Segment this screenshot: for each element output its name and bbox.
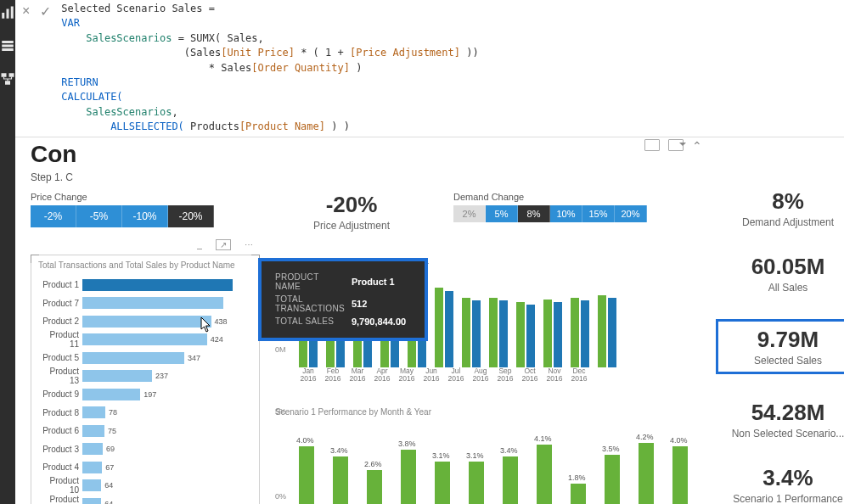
hchart-row[interactable]: Product 675 <box>38 423 252 440</box>
hchart-row-label: Product 4 <box>38 462 82 472</box>
tooltip-value: 512 <box>352 294 411 314</box>
column-group[interactable]: 4.1% <box>537 445 552 504</box>
hchart-row[interactable]: Product 369 <box>38 440 252 457</box>
column-group[interactable] <box>435 288 453 367</box>
column-bar <box>299 446 314 504</box>
hchart-row[interactable]: Product 878 <box>38 404 252 421</box>
price-slicer-option[interactable]: -20% <box>168 205 214 227</box>
focus-mode-icon[interactable] <box>644 139 660 151</box>
report-view-icon[interactable] <box>0 5 15 23</box>
hchart-row-label: Product 8 <box>38 408 82 417</box>
hchart-bar <box>82 279 233 291</box>
chart-more-icon[interactable]: ⋯ <box>245 240 253 249</box>
hchart-value-label: 64 <box>104 479 113 491</box>
scenario-performance-column-chart[interactable]: Scenario 1 Performance by Month & Year 5… <box>275 407 701 504</box>
column-group[interactable] <box>462 298 481 367</box>
column-group[interactable] <box>598 295 616 367</box>
hchart-row[interactable]: Product 9197 <box>38 386 252 403</box>
column-group[interactable] <box>571 298 589 367</box>
column-group[interactable]: 3.1% <box>435 462 450 504</box>
column-group[interactable]: 3.4% <box>333 456 348 504</box>
formula-bar[interactable]: × ✓ Selected Scenario Sales = VAR SalesS… <box>15 0 844 137</box>
hchart-row[interactable]: Product 2438 <box>38 313 252 330</box>
transactions-bar-chart[interactable]: Total Transactions and Total Sales by Pr… <box>31 255 260 504</box>
hchart-row-label: Product 1 <box>38 280 82 289</box>
hchart-row-label: Product 13 <box>38 367 82 385</box>
tooltip-value: Product 1 <box>352 272 411 292</box>
column-group[interactable] <box>516 302 535 367</box>
hchart-row[interactable]: Product 7 <box>38 294 252 311</box>
hchart-row[interactable]: Product 1464 <box>38 496 252 504</box>
tooltip-value: 9,790,844.00 <box>352 316 411 328</box>
hchart-value-label: 75 <box>108 425 116 437</box>
column-bar <box>571 298 579 367</box>
x-tick-label: Sep 2016 <box>496 367 515 384</box>
svg-rect-6 <box>2 73 7 77</box>
demand-slicer-option[interactable]: 5% <box>486 205 518 222</box>
data-view-icon[interactable] <box>0 38 15 56</box>
hchart-bar <box>82 316 211 328</box>
x-tick-label: Jun 2016 <box>422 367 441 384</box>
demand-slicer-option[interactable]: 15% <box>582 205 615 222</box>
formula-cancel-icon[interactable]: × <box>22 3 30 20</box>
hchart-row[interactable]: Product 467 <box>38 459 252 476</box>
price-slicer-option[interactable]: -2% <box>31 205 76 227</box>
chart-filter-icon[interactable]: ⎯ <box>197 240 202 249</box>
column-bar <box>499 300 508 367</box>
column-group[interactable]: 3.5% <box>605 455 620 504</box>
x-tick-label: Dec 2016 <box>570 367 588 384</box>
all-sales-card: 60.05M All Sales <box>716 254 844 294</box>
column-bar <box>435 288 443 367</box>
hchart-row[interactable]: Product 13237 <box>38 367 252 384</box>
column-bar <box>543 300 552 367</box>
column-group[interactable]: 3.8% <box>401 450 416 504</box>
column-group[interactable]: 4.2% <box>639 443 654 504</box>
price-slicer-option[interactable]: -10% <box>122 205 168 227</box>
column-group[interactable]: 2.6% <box>367 470 382 504</box>
column-bar <box>526 305 535 367</box>
formula-commit-icon[interactable]: ✓ <box>40 3 51 20</box>
hchart-bar <box>82 333 207 345</box>
data-label: 3.4% <box>500 446 518 455</box>
data-label: 3.4% <box>330 446 348 455</box>
visual-options-bar: ⌃ <box>644 139 702 153</box>
column-bar <box>672 446 688 504</box>
price-adjustment-card: -20% Price Adjustment <box>275 192 428 232</box>
column-group[interactable]: 3.1% <box>469 462 484 504</box>
demand-slicer-option[interactable]: 10% <box>550 205 582 222</box>
hchart-value-label: 64 <box>104 498 113 504</box>
demand-slicer-option[interactable]: 20% <box>615 205 647 222</box>
tooltip-key: TOTAL TRANSACTIONS <box>275 294 350 314</box>
visual-menu-icon[interactable] <box>668 139 684 151</box>
column-bar <box>608 298 616 367</box>
bot-chart-title: Scenario 1 Performance by Month & Year <box>275 407 701 417</box>
column-group[interactable]: 4.0% <box>672 446 688 504</box>
hchart-row[interactable]: Product 1 <box>38 277 252 294</box>
formula-text[interactable]: Selected Scenario Sales = VAR SalesScena… <box>58 0 844 137</box>
hchart-bar <box>82 425 104 437</box>
hchart-row[interactable]: Product 11424 <box>38 331 252 348</box>
svg-rect-3 <box>2 41 14 43</box>
price-adjustment-value: -20% <box>275 192 428 218</box>
demand-slicer-option[interactable]: 2% <box>453 205 486 222</box>
column-bar <box>639 443 654 504</box>
hchart-row-label: Product 5 <box>38 353 82 362</box>
hchart-value-label: 67 <box>105 462 114 473</box>
column-group[interactable] <box>543 300 562 367</box>
data-label: 4.1% <box>534 434 552 443</box>
price-slicer-option[interactable]: -5% <box>76 205 122 227</box>
hchart-value-label: 69 <box>106 443 115 455</box>
column-group[interactable]: 4.0% <box>299 446 314 504</box>
svg-rect-1 <box>7 9 9 19</box>
chart-export-icon[interactable]: ↗ <box>216 239 231 250</box>
hchart-row[interactable]: Product 1064 <box>38 477 252 494</box>
visual-collapse-icon[interactable]: ⌃ <box>692 139 702 153</box>
column-group[interactable]: 3.4% <box>503 456 518 504</box>
hchart-row[interactable]: Product 5347 <box>38 350 252 367</box>
column-group[interactable] <box>489 298 508 367</box>
data-label: 3.5% <box>602 445 620 453</box>
demand-slicer-option[interactable]: 8% <box>518 205 550 222</box>
column-group[interactable]: 1.8% <box>571 484 586 504</box>
model-view-icon[interactable] <box>0 71 15 89</box>
view-toolbar <box>0 0 15 504</box>
